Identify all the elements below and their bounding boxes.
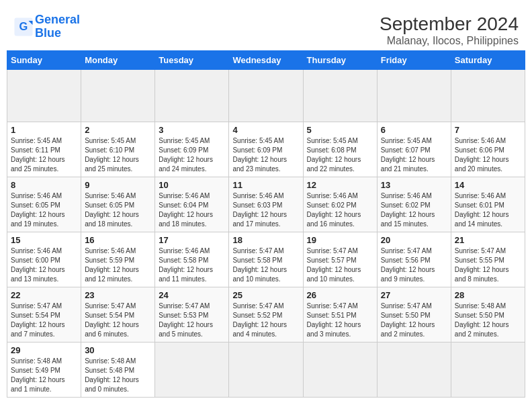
weekday-header: Friday [377, 51, 451, 70]
day-info: Sunrise: 5:47 AM Sunset: 5:52 PM Dayligh… [232, 302, 299, 339]
calendar-cell: 6Sunrise: 5:45 AM Sunset: 6:07 PM Daylig… [377, 122, 451, 177]
day-info: Sunrise: 5:47 AM Sunset: 5:50 PM Dayligh… [381, 302, 447, 339]
day-info: Sunrise: 5:48 AM Sunset: 5:49 PM Dayligh… [11, 357, 77, 394]
calendar-cell: 24Sunrise: 5:47 AM Sunset: 5:53 PM Dayli… [155, 287, 229, 342]
location-title: Malanay, Ilocos, Philippines [380, 35, 519, 47]
month-title: September 2024 [380, 13, 519, 35]
calendar-cell: 15Sunrise: 5:46 AM Sunset: 6:00 PM Dayli… [7, 232, 81, 287]
weekday-header: Sunday [7, 51, 81, 70]
day-info: Sunrise: 5:45 AM Sunset: 6:11 PM Dayligh… [11, 136, 77, 174]
calendar-cell [451, 342, 525, 398]
day-info: Sunrise: 5:46 AM Sunset: 6:03 PM Dayligh… [232, 191, 299, 229]
calendar-cell: 3Sunrise: 5:45 AM Sunset: 6:09 PM Daylig… [155, 122, 229, 177]
day-number: 25 [232, 290, 299, 300]
day-number: 8 [11, 180, 77, 190]
day-info: Sunrise: 5:47 AM Sunset: 5:53 PM Dayligh… [159, 302, 225, 339]
svg-text:G: G [19, 19, 28, 32]
calendar-cell [81, 70, 155, 122]
calendar-week-row [7, 70, 525, 122]
calendar-cell [377, 342, 451, 398]
day-info: Sunrise: 5:46 AM Sunset: 5:58 PM Dayligh… [159, 246, 225, 284]
day-info: Sunrise: 5:45 AM Sunset: 6:09 PM Dayligh… [159, 136, 225, 174]
calendar-week-row: 1Sunrise: 5:45 AM Sunset: 6:11 PM Daylig… [7, 122, 525, 177]
day-number: 12 [307, 180, 373, 190]
calendar-week-row: 8Sunrise: 5:46 AM Sunset: 6:05 PM Daylig… [7, 177, 525, 232]
day-number: 14 [455, 180, 521, 190]
calendar-cell: 16Sunrise: 5:46 AM Sunset: 5:59 PM Dayli… [81, 232, 155, 287]
weekday-header: Saturday [451, 51, 525, 70]
day-info: Sunrise: 5:46 AM Sunset: 6:01 PM Dayligh… [455, 191, 521, 229]
day-info: Sunrise: 5:45 AM Sunset: 6:10 PM Dayligh… [85, 136, 151, 174]
day-info: Sunrise: 5:46 AM Sunset: 6:02 PM Dayligh… [381, 191, 447, 229]
day-info: Sunrise: 5:46 AM Sunset: 5:59 PM Dayligh… [85, 246, 151, 284]
day-info: Sunrise: 5:48 AM Sunset: 5:50 PM Dayligh… [455, 302, 521, 339]
calendar-cell: 12Sunrise: 5:46 AM Sunset: 6:02 PM Dayli… [303, 177, 377, 232]
day-number: 3 [159, 125, 225, 135]
day-number: 20 [381, 235, 447, 245]
day-info: Sunrise: 5:46 AM Sunset: 6:00 PM Dayligh… [11, 246, 77, 284]
calendar-week-row: 15Sunrise: 5:46 AM Sunset: 6:00 PM Dayli… [7, 232, 525, 287]
day-number: 23 [85, 290, 151, 300]
day-info: Sunrise: 5:47 AM Sunset: 5:57 PM Dayligh… [307, 246, 373, 284]
calendar-cell: 21Sunrise: 5:47 AM Sunset: 5:55 PM Dayli… [451, 232, 525, 287]
day-info: Sunrise: 5:47 AM Sunset: 5:54 PM Dayligh… [11, 302, 77, 339]
calendar-cell [451, 70, 525, 122]
day-number: 10 [159, 180, 225, 190]
day-info: Sunrise: 5:47 AM Sunset: 5:54 PM Dayligh… [85, 302, 151, 339]
day-number: 1 [11, 125, 77, 135]
day-info: Sunrise: 5:46 AM Sunset: 6:05 PM Dayligh… [85, 191, 151, 229]
weekday-header: Monday [81, 51, 155, 70]
calendar-cell: 2Sunrise: 5:45 AM Sunset: 6:10 PM Daylig… [81, 122, 155, 177]
calendar-cell: 20Sunrise: 5:47 AM Sunset: 5:56 PM Dayli… [377, 232, 451, 287]
calendar-cell: 8Sunrise: 5:46 AM Sunset: 6:05 PM Daylig… [7, 177, 81, 232]
day-info: Sunrise: 5:45 AM Sunset: 6:07 PM Dayligh… [381, 136, 447, 174]
calendar-cell [7, 70, 81, 122]
logo-text: GeneralBlue [35, 13, 80, 40]
day-number: 26 [307, 290, 373, 300]
day-number: 21 [455, 235, 521, 245]
calendar-cell: 25Sunrise: 5:47 AM Sunset: 5:52 PM Dayli… [229, 287, 303, 342]
day-number: 30 [85, 345, 151, 355]
calendar-cell: 26Sunrise: 5:47 AM Sunset: 5:51 PM Dayli… [303, 287, 377, 342]
day-number: 11 [232, 180, 299, 190]
calendar-cell: 13Sunrise: 5:46 AM Sunset: 6:02 PM Dayli… [377, 177, 451, 232]
calendar-cell [229, 342, 303, 398]
day-number: 4 [232, 125, 299, 135]
day-info: Sunrise: 5:45 AM Sunset: 6:08 PM Dayligh… [307, 136, 373, 174]
weekday-header: Wednesday [229, 51, 303, 70]
day-number: 18 [232, 235, 299, 245]
day-number: 5 [307, 125, 373, 135]
calendar-cell: 18Sunrise: 5:47 AM Sunset: 5:58 PM Dayli… [229, 232, 303, 287]
calendar-cell: 19Sunrise: 5:47 AM Sunset: 5:57 PM Dayli… [303, 232, 377, 287]
calendar-cell: 7Sunrise: 5:46 AM Sunset: 6:06 PM Daylig… [451, 122, 525, 177]
day-info: Sunrise: 5:47 AM Sunset: 5:51 PM Dayligh… [307, 302, 373, 339]
calendar-cell: 17Sunrise: 5:46 AM Sunset: 5:58 PM Dayli… [155, 232, 229, 287]
day-info: Sunrise: 5:47 AM Sunset: 5:56 PM Dayligh… [381, 246, 447, 284]
calendar-cell [155, 70, 229, 122]
day-number: 24 [159, 290, 225, 300]
calendar-cell [229, 70, 303, 122]
calendar-cell [303, 342, 377, 398]
day-number: 13 [381, 180, 447, 190]
day-number: 17 [159, 235, 225, 245]
day-info: Sunrise: 5:46 AM Sunset: 6:02 PM Dayligh… [307, 191, 373, 229]
day-info: Sunrise: 5:47 AM Sunset: 5:55 PM Dayligh… [455, 246, 521, 284]
day-info: Sunrise: 5:47 AM Sunset: 5:58 PM Dayligh… [232, 246, 299, 284]
day-info: Sunrise: 5:48 AM Sunset: 5:48 PM Dayligh… [85, 357, 151, 394]
calendar-week-row: 29Sunrise: 5:48 AM Sunset: 5:49 PM Dayli… [7, 342, 525, 398]
page-header: G GeneralBlue September 2024 Malanay, Il… [7, 7, 525, 50]
calendar-cell [377, 70, 451, 122]
logo: G GeneralBlue [13, 13, 80, 40]
day-number: 22 [11, 290, 77, 300]
calendar-cell: 1Sunrise: 5:45 AM Sunset: 6:11 PM Daylig… [7, 122, 81, 177]
day-number: 9 [85, 180, 151, 190]
weekday-header: Tuesday [155, 51, 229, 70]
calendar-cell: 14Sunrise: 5:46 AM Sunset: 6:01 PM Dayli… [451, 177, 525, 232]
calendar-cell: 22Sunrise: 5:47 AM Sunset: 5:54 PM Dayli… [7, 287, 81, 342]
day-info: Sunrise: 5:46 AM Sunset: 6:05 PM Dayligh… [11, 191, 77, 229]
calendar-table: SundayMondayTuesdayWednesdayThursdayFrid… [7, 50, 525, 398]
day-info: Sunrise: 5:46 AM Sunset: 6:04 PM Dayligh… [159, 191, 225, 229]
day-number: 29 [11, 345, 77, 355]
calendar-cell: 5Sunrise: 5:45 AM Sunset: 6:08 PM Daylig… [303, 122, 377, 177]
day-number: 2 [85, 125, 151, 135]
